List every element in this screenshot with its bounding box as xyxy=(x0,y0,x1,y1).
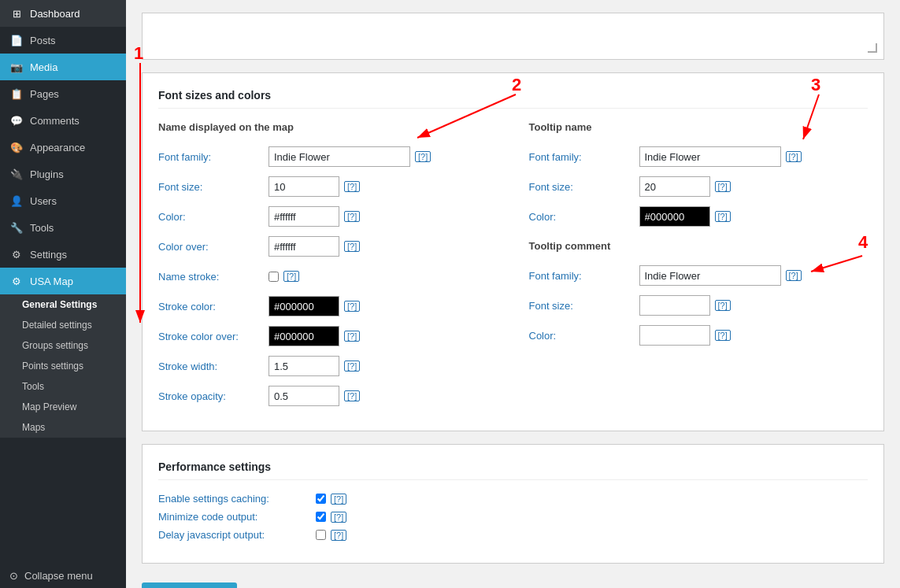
sidebar-item-usa-map[interactable]: ⚙ USA Map xyxy=(0,268,126,294)
tooltip-font-family-input[interactable] xyxy=(639,146,781,167)
sidebar-item-media[interactable]: 📷 Media xyxy=(0,54,126,80)
submenu-tools[interactable]: Tools xyxy=(0,376,126,397)
stroke-width-input[interactable] xyxy=(269,356,339,376)
submenu-map-preview[interactable]: Map Preview xyxy=(0,397,126,417)
appearance-icon: 🎨 xyxy=(9,140,24,154)
name-stroke-help[interactable]: [?] xyxy=(283,271,299,282)
sidebar-item-dashboard[interactable]: ⊞ Dashboard xyxy=(0,0,126,27)
media-icon: 📷 xyxy=(9,60,24,74)
name-font-size-label: Font size: xyxy=(158,181,269,193)
delay-js-checkbox[interactable] xyxy=(316,530,326,540)
tooltip-comment-font-family-label: Font family: xyxy=(529,270,639,282)
collapse-menu[interactable]: ⊙ Collapse menu xyxy=(0,564,126,588)
sidebar-item-users[interactable]: 👤 Users xyxy=(0,187,126,214)
name-color-over-help[interactable]: [?] xyxy=(344,241,360,252)
save-button[interactable]: Save Changes xyxy=(142,582,237,588)
submenu-maps[interactable]: Maps xyxy=(0,417,126,438)
delay-js-label: Delay javascript output: xyxy=(158,529,316,541)
stroke-width-label: Stroke width: xyxy=(158,361,269,372)
tooltip-comment-color-label: Color: xyxy=(529,330,639,342)
tooltip-comment-color-input[interactable] xyxy=(639,325,710,346)
name-stroke-label: Name stroke: xyxy=(158,271,269,283)
tooltip-comment-font-family-row: Font family: [?] xyxy=(529,264,869,287)
tooltip-font-size-help[interactable]: [?] xyxy=(715,181,731,192)
sidebar-item-appearance[interactable]: 🎨 Appearance xyxy=(0,134,126,161)
tooltip-color-row: Color: [?] xyxy=(529,205,869,227)
sidebar-item-posts[interactable]: 📄 Posts xyxy=(0,27,126,54)
dashboard-icon: ⊞ xyxy=(9,6,24,20)
submenu: General Settings Detailed settings Group… xyxy=(0,294,126,438)
enable-caching-help[interactable]: [?] xyxy=(331,494,346,505)
sidebar-item-pages[interactable]: 📋 Pages xyxy=(0,80,126,107)
name-font-family-help[interactable]: [?] xyxy=(415,151,431,162)
sidebar-item-settings[interactable]: ⚙ Settings xyxy=(0,241,126,268)
minimize-code-checkbox[interactable] xyxy=(316,512,326,522)
stroke-color-over-input[interactable] xyxy=(269,326,339,346)
stroke-color-over-row: Stroke color over: [?] xyxy=(158,325,498,347)
submenu-groups-settings[interactable]: Groups settings xyxy=(0,335,126,356)
tools-icon: 🔧 xyxy=(9,220,24,235)
enable-caching-checkbox[interactable] xyxy=(316,494,326,504)
resize-handle[interactable] xyxy=(868,43,877,53)
name-font-family-input[interactable] xyxy=(269,146,410,167)
stroke-color-over-label: Stroke color over: xyxy=(158,331,269,342)
performance-title: Performance settings xyxy=(158,460,868,480)
tooltip-comment-font-family-input[interactable] xyxy=(639,265,781,286)
tooltip-font-family-row: Font family: [?] xyxy=(529,146,869,168)
name-on-map-title: Name displayed on the map xyxy=(158,121,498,136)
name-color-help[interactable]: [?] xyxy=(344,211,360,222)
name-stroke-checkbox[interactable] xyxy=(269,272,279,282)
stroke-opacity-label: Stroke opacity: xyxy=(158,390,269,402)
tooltip-comment-font-size-input[interactable] xyxy=(639,295,710,316)
submenu-general-settings[interactable]: General Settings xyxy=(0,294,126,315)
name-color-input[interactable] xyxy=(269,206,339,227)
tooltip-font-family-help[interactable]: [?] xyxy=(786,151,802,162)
stroke-width-help[interactable]: [?] xyxy=(344,361,360,372)
delay-js-row: Delay javascript output: [?] xyxy=(158,529,868,541)
tooltip-comment-font-size-label: Font size: xyxy=(529,300,639,312)
name-color-over-label: Color over: xyxy=(158,241,269,253)
name-color-over-row: Color over: [?] xyxy=(158,235,498,257)
stroke-opacity-row: Stroke opacity: [?] xyxy=(158,385,498,407)
tooltip-color-label: Color: xyxy=(529,211,639,223)
tooltip-comment-font-size-row: Font size: [?] xyxy=(529,294,869,316)
sidebar-item-tools[interactable]: 🔧 Tools xyxy=(0,214,126,241)
enable-caching-row: Enable settings caching: [?] xyxy=(158,493,868,505)
minimize-code-help[interactable]: [?] xyxy=(331,512,346,523)
stroke-color-over-help[interactable]: [?] xyxy=(344,331,360,342)
stroke-color-label: Stroke color: xyxy=(158,301,269,312)
users-icon: 👤 xyxy=(9,194,24,208)
name-font-size-input[interactable] xyxy=(269,176,339,197)
stroke-opacity-input[interactable] xyxy=(269,386,339,406)
performance-card: Performance settings Enable settings cac… xyxy=(142,444,884,564)
stroke-color-input[interactable] xyxy=(269,296,339,316)
tooltip-section: Tooltip name Font family: [?] Font size:… xyxy=(529,121,869,415)
sidebar-item-plugins[interactable]: 🔌 Plugins xyxy=(0,161,126,187)
top-textarea xyxy=(142,13,884,60)
tooltip-comment-color-help[interactable]: [?] xyxy=(715,330,731,341)
name-color-over-input[interactable] xyxy=(269,236,339,257)
posts-icon: 📄 xyxy=(9,33,24,47)
stroke-color-help[interactable]: [?] xyxy=(344,301,360,312)
name-font-family-label: Font family: xyxy=(158,151,269,163)
delay-js-help[interactable]: [?] xyxy=(331,530,346,541)
stroke-opacity-help[interactable]: [?] xyxy=(344,390,360,401)
collapse-icon: ⊙ xyxy=(9,570,18,582)
sidebar: ⊞ Dashboard 📄 Posts 📷 Media 📋 Pages 💬 Co… xyxy=(0,0,126,588)
tooltip-comment-color-row: Color: [?] xyxy=(529,324,869,346)
tooltip-color-input[interactable] xyxy=(639,206,710,227)
tooltip-comment-font-size-help[interactable]: [?] xyxy=(715,300,731,311)
submenu-detailed-settings[interactable]: Detailed settings xyxy=(0,315,126,335)
name-font-family-row: Font family: [?] xyxy=(158,146,498,168)
tooltip-comment-title: Tooltip comment xyxy=(529,240,869,255)
tooltip-font-size-input[interactable] xyxy=(639,176,710,197)
settings-icon: ⚙ xyxy=(9,247,24,261)
tooltip-font-size-label: Font size: xyxy=(529,181,639,193)
usa-map-icon: ⚙ xyxy=(9,274,24,288)
tooltip-comment-font-family-help[interactable]: [?] xyxy=(786,270,802,281)
submenu-points-settings[interactable]: Points settings xyxy=(0,356,126,376)
sidebar-item-comments[interactable]: 💬 Comments xyxy=(0,107,126,134)
tooltip-color-help[interactable]: [?] xyxy=(715,211,731,222)
stroke-color-row: Stroke color: [?] xyxy=(158,295,498,317)
name-font-size-help[interactable]: [?] xyxy=(344,181,360,192)
